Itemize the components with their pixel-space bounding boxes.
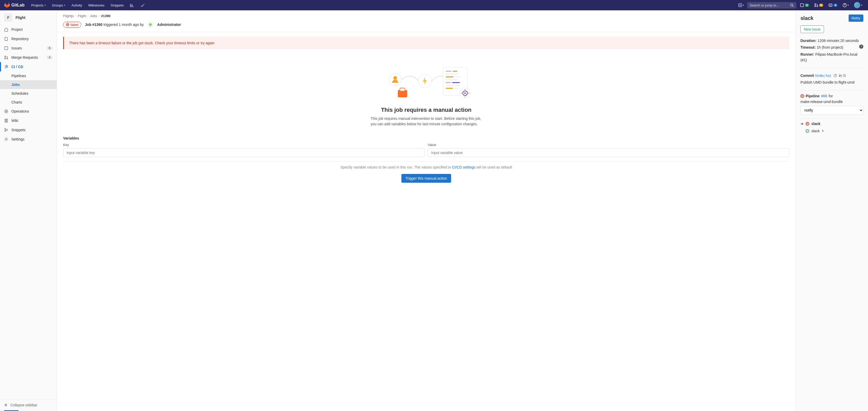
trigger-manual-button[interactable]: Trigger this manual action — [401, 174, 451, 183]
svg-rect-28 — [446, 76, 454, 77]
nav-todos-counter[interactable]: 4 — [827, 2, 839, 8]
variables-section: Variables Key Value Specify variable val… — [57, 129, 796, 194]
sidebar-project-header[interactable]: F Flight — [0, 10, 57, 25]
nav-help-dropdown[interactable]: ▾ — [841, 2, 850, 8]
retry-icon[interactable]: ↻ — [822, 129, 824, 133]
svg-point-5 — [817, 6, 818, 7]
empty-description: This job requires manual intervention to… — [371, 116, 482, 127]
svg-rect-30 — [446, 79, 457, 80]
sidebar-item-wiki[interactable]: Wiki — [0, 116, 57, 125]
commit-sha-link[interactable]: 554bc7e2 — [815, 74, 831, 77]
nav-plus-dropdown[interactable]: ▾ — [737, 2, 745, 8]
stage-dropdown[interactable]: notify — [801, 106, 863, 115]
svg-point-1 — [790, 4, 793, 6]
gear-icon — [4, 137, 8, 141]
svg-point-4 — [815, 6, 816, 7]
cicd-settings-link[interactable]: CI/CD settings — [452, 165, 475, 169]
doc-icon — [4, 37, 8, 41]
timeout-help-icon[interactable]: ? — [859, 44, 863, 49]
new-issue-button[interactable]: New issue — [801, 25, 824, 33]
global-search[interactable] — [747, 2, 796, 8]
breadcrumb-jobs[interactable]: Jobs — [90, 14, 97, 18]
sidebar-item-project[interactable]: Project — [0, 25, 57, 34]
nav-admin-icon[interactable] — [138, 2, 147, 9]
job-right-sidebar: slack Retry New issue Duration: 1208 min… — [796, 10, 868, 411]
svg-point-12 — [6, 66, 7, 66]
related-job-row[interactable]: ✓ slack ↻ — [801, 127, 863, 134]
svg-rect-32 — [452, 82, 460, 83]
job-failed-icon: ✕ — [806, 122, 809, 126]
arrow-right-icon: ➔ — [801, 122, 804, 126]
failed-icon — [66, 23, 69, 26]
svg-point-38 — [464, 92, 466, 94]
sidebar-item-merge-requests[interactable]: Merge Requests4 — [0, 53, 57, 62]
sidebar-item-issues[interactable]: Issues6 — [0, 43, 57, 53]
svg-rect-31 — [446, 82, 451, 83]
sidebar-item-repository[interactable]: Repository — [0, 34, 57, 43]
svg-rect-26 — [453, 71, 457, 72]
user-avatar — [854, 2, 860, 8]
sidebar-sub-jobs[interactable]: Jobs — [0, 80, 57, 89]
svg-point-16 — [5, 130, 6, 131]
timeout-value: 1h (from project) — [817, 45, 843, 50]
job-title: Job #1390 triggered 1 month ago by — [85, 23, 144, 27]
svg-point-13 — [5, 110, 8, 113]
chevron-left-icon — [4, 403, 8, 407]
nav-user-dropdown[interactable]: ▾ — [852, 1, 864, 9]
sidebar-sub-charts[interactable]: Charts — [0, 98, 57, 107]
retry-button[interactable]: Retry — [848, 14, 863, 22]
variables-hint: Specify variable values to be used in th… — [63, 161, 789, 169]
pipeline-id-link[interactable]: #66 — [821, 94, 827, 98]
status-badge: failed — [63, 22, 81, 28]
svg-rect-2 — [801, 4, 804, 7]
gitlab-logo[interactable]: GitLab — [4, 2, 25, 8]
project-name: Flight — [16, 15, 25, 20]
author-name[interactable]: Administrator — [157, 23, 181, 27]
sidebar-item-operations[interactable]: Operations — [0, 107, 57, 116]
job-passed-icon: ✓ — [806, 129, 809, 133]
issues-count-badge: 6 — [46, 46, 53, 50]
sidebar-item-snippets[interactable]: Snippets — [0, 125, 57, 134]
svg-point-14 — [6, 111, 7, 112]
svg-rect-35 — [454, 88, 458, 89]
author-avatar[interactable] — [147, 22, 153, 28]
sidebar-sub-schedules[interactable]: Schedules — [0, 89, 57, 98]
project-sidebar: F Flight Project Repository Issues6 Merg… — [0, 10, 57, 411]
nav-milestones[interactable]: Milestones — [86, 2, 107, 9]
variable-value-input[interactable] — [428, 148, 789, 157]
svg-rect-25 — [446, 71, 451, 72]
sidebar-item-settings[interactable]: Settings — [0, 134, 57, 144]
svg-rect-33 — [446, 85, 460, 86]
copy-icon[interactable] — [833, 74, 837, 77]
sidebar-sub-pipelines[interactable]: Pipelines — [0, 71, 57, 80]
search-input[interactable] — [750, 3, 788, 7]
home-icon — [4, 27, 8, 32]
nav-snippets[interactable]: Snippets — [108, 2, 127, 9]
breadcrumb-group[interactable]: Flightjs — [63, 14, 74, 18]
nav-mrs-counter[interactable]: 6 — [813, 2, 825, 8]
empty-state: This job requires a manual action This j… — [57, 54, 796, 129]
key-label: Key — [63, 143, 425, 147]
scissors-icon — [4, 128, 8, 132]
commit-message: Publish UMD bundle to flight-umd — [801, 80, 863, 85]
empty-title: This job requires a manual action — [63, 107, 789, 113]
nav-metrics-icon[interactable] — [127, 2, 137, 9]
nav-activity[interactable]: Activity — [69, 2, 85, 9]
mr-link[interactable]: !3 — [843, 73, 846, 77]
sidebar-item-cicd[interactable]: CI / CD — [0, 62, 57, 71]
merge-icon — [4, 55, 8, 60]
book-icon — [4, 119, 8, 123]
collapse-sidebar-button[interactable]: Collapse sidebar — [0, 400, 57, 410]
svg-rect-29 — [455, 76, 461, 77]
rocket-icon — [4, 65, 8, 69]
duration-value: 1208 minutes 20 seconds — [817, 38, 859, 43]
main-content: Flightjs› Flight› Jobs› #1390 failed Job… — [57, 10, 796, 411]
breadcrumb-project[interactable]: Flight — [78, 14, 86, 18]
nav-issues-counter[interactable]: 3 — [798, 2, 810, 8]
breadcrumb: Flightjs› Flight› Jobs› #1390 — [57, 10, 796, 22]
brand-text: GitLab — [11, 3, 25, 7]
variable-key-input[interactable] — [63, 148, 425, 157]
nav-projects[interactable]: Projects▾ — [29, 2, 49, 9]
pipeline-branch-link[interactable]: make-release-umd-bundle — [801, 100, 843, 104]
nav-groups[interactable]: Groups▾ — [50, 2, 68, 9]
